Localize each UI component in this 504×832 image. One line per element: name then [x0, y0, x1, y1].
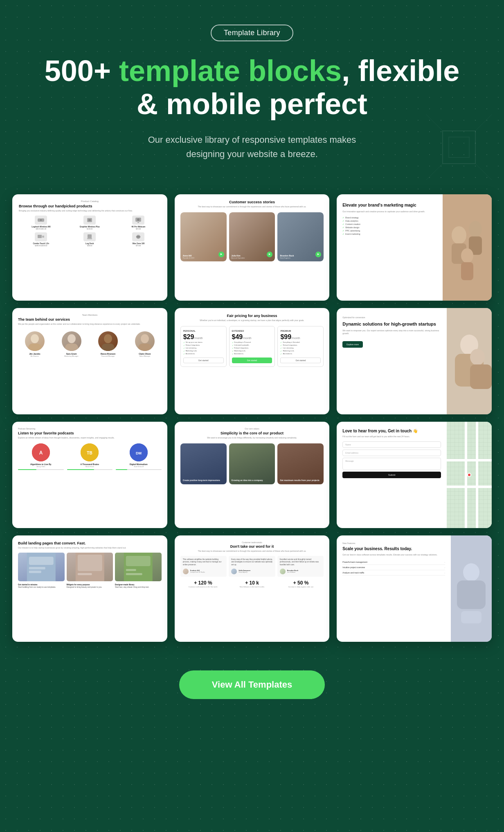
testimonials-row: Anne Hill Founder & CEO Julia Kim Accoun… [180, 212, 324, 261]
pf-1-4: Marketing tools. [183, 350, 224, 352]
contact-name-field[interactable]: Name [342, 441, 441, 448]
svg-rect-21 [443, 194, 492, 301]
svg-rect-61 [461, 611, 482, 623]
plan-premium-btn[interactable]: Get started [280, 358, 321, 363]
scale-feature-3: Analyze and track traffic › [342, 570, 445, 576]
dynamic-image [447, 308, 492, 414]
review-1: This software simplifies the website bui… [180, 556, 227, 577]
review-text-3: Excellent service and throughly trained … [280, 558, 322, 567]
dont-take-word-title: Don't take our word for it [180, 544, 324, 549]
scale-features: Powerful task management › Intuitive pro… [342, 560, 445, 576]
brand-text: Elevate your brand's marketing magic Our… [337, 194, 443, 301]
stat-1: + 120 % Increase in all sessions in the … [180, 580, 226, 588]
landing-feature-1: Get started in minutes Start building fr… [18, 584, 65, 588]
plan-premium-name: PREMIUM [280, 330, 321, 332]
landing-feature-2: Widgets for every purpose Designed to br… [67, 584, 113, 588]
brand-feature-1: Brand strategy [342, 216, 437, 219]
svg-rect-55 [126, 556, 151, 566]
simplicity-value-2: Growing an idea into a company [232, 479, 263, 482]
contact-email-field[interactable]: Email address [342, 450, 441, 456]
svg-point-11 [137, 218, 140, 221]
svg-rect-12 [137, 222, 139, 223]
scale-feature-1: Powerful task management › [342, 560, 445, 565]
title-green: template blocks [119, 54, 342, 87]
scale-feature-2: Intuitive project overview › [342, 565, 445, 570]
svg-rect-9 [88, 219, 91, 221]
card-scale: New Features Scale your business. Result… [337, 535, 492, 642]
product-img-2 [83, 216, 96, 225]
pf-2-3: Robust Integrations. [232, 347, 272, 349]
svg-rect-29 [28, 344, 41, 351]
reviewer-3: Brendan Buck Jira Software [280, 569, 322, 574]
podcast-cover-1: A [32, 443, 50, 461]
simplicity-desc: We want to encourage you to do things di… [180, 436, 324, 439]
stat-label-3: Increase in daily organic order use [278, 586, 324, 588]
plan-extended-btn[interactable]: Get started [232, 358, 272, 363]
map-road-v2 [476, 422, 478, 528]
testimonial-1: Anne Hill Founder & CEO [180, 212, 227, 261]
simplicity-label: Our core values [180, 427, 324, 430]
svg-point-32 [104, 334, 112, 343]
svg-point-26 [461, 248, 473, 263]
team-members: Jim Jacobs Art Director Sara Grant Marke… [18, 331, 162, 357]
header-section: Template Library 500+ template blocks, f… [0, 0, 504, 182]
simplicity-img-2: Growing an idea into a company [229, 443, 275, 484]
lf-desc-2: Designed to bring beauty and power to yo… [67, 586, 113, 588]
scale-arrow-2: › [444, 566, 445, 569]
product-price-4: $499.99-$300.00 [18, 245, 64, 247]
pf-3-1: Everything in Extended. [280, 341, 321, 344]
svg-point-28 [31, 334, 39, 343]
play-btn-1[interactable] [218, 252, 224, 257]
contact-message-field[interactable]: Message [342, 458, 441, 470]
card-simplicity: Our core values Simplicity is the core o… [175, 422, 330, 528]
plan-personal-btn[interactable]: Get started [183, 358, 224, 363]
brand-feature-3: Content creation [342, 223, 437, 225]
simplicity-img-1: Create positive long-term impressions [180, 443, 227, 484]
card-products: Product Catalog Browse through our handp… [12, 194, 167, 301]
member-avatar-1 [25, 331, 45, 351]
map-background [447, 422, 492, 528]
t-name-3: Brandon Buck [280, 254, 294, 257]
lf-title-3: Designer-made library [115, 584, 162, 586]
product-3: 4K Pro Webcam $99.00 [115, 216, 162, 230]
pf-3-5: Automations. [280, 353, 321, 355]
plan-personal-price: $29/month [183, 334, 224, 340]
stat-num-1: + 120 % [180, 580, 226, 586]
success-title: Customer success stories [180, 200, 324, 204]
testimonial-2: Julia Kim Account Specialist [229, 212, 275, 261]
dynamic-cta-button[interactable]: Explore more [342, 341, 363, 348]
testimonial-stats: + 120 % Increase in all sessions in the … [180, 580, 324, 588]
play-btn-3[interactable] [315, 252, 321, 257]
stat-num-2: + 10 k [229, 580, 275, 586]
landing-feature-3: Designer-made library Start fast, stay a… [115, 584, 162, 588]
podcast-items: A Algorithms to Live By Jenny Chen TB A … [18, 443, 162, 470]
podcast-fill-1 [18, 469, 36, 470]
svg-point-34 [141, 334, 149, 343]
review-text-2: Every step of the way they provided help… [231, 558, 273, 567]
podcast-desc: Explore an infinite stream of ideas from… [18, 436, 162, 439]
podcast-2: TB A Thousand Brains Steve Kinze [67, 443, 113, 470]
card-success: Customer success stories The best way to… [175, 194, 330, 301]
brand-feature-5: PPC advertising [342, 229, 437, 232]
pf-3-2: Robust Integrations. [280, 344, 321, 346]
reviewer-role-2: Stripe Agency [239, 571, 250, 573]
view-all-button[interactable]: View All Templates [179, 670, 325, 699]
brand-features: Brand strategy Data analytics Content cr… [342, 216, 437, 235]
pf-1-1: Set up your own teams. [183, 341, 224, 344]
dont-take-word-desc: The best way to showcase our commitment … [180, 550, 324, 553]
svg-rect-16 [87, 238, 92, 239]
svg-rect-48 [29, 557, 54, 565]
landing-images [18, 553, 162, 581]
brand-feature-2: Data analytics [342, 220, 437, 222]
simplicity-value-3: Get maximum results from your projects [280, 479, 319, 482]
contact-submit-button[interactable]: Submit [342, 472, 441, 478]
play-btn-2[interactable] [267, 252, 272, 257]
stat-label-2: New followers in the last 6 months [229, 586, 275, 588]
landing-desc: Our mission is to help startup businesse… [18, 546, 162, 549]
product-img-6 [132, 232, 144, 241]
simplicity-img-3: Get maximum results from your projects [277, 443, 324, 484]
title-start: 500+ [45, 54, 119, 87]
map-pin [467, 473, 471, 477]
svg-rect-35 [138, 344, 151, 351]
products-row-2: Combo Touch 1.8+ $499.99-$300.00 Log Doc… [18, 232, 162, 247]
